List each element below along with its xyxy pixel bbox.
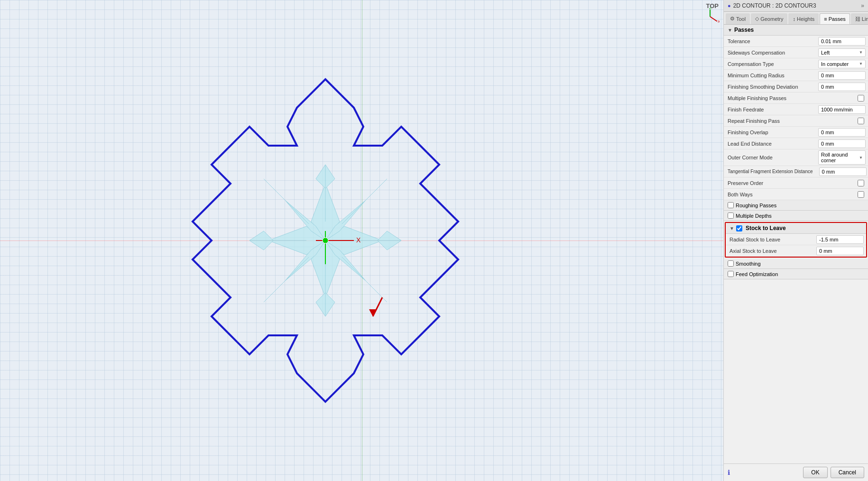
tab-heights-label: Heights [797, 16, 814, 22]
axial-stock-row: Axial Stock to Leave [726, 245, 866, 257]
svg-point-26 [323, 238, 328, 243]
tab-geometry-label: Geometry [760, 16, 783, 22]
svg-line-23 [342, 257, 387, 302]
right-panel: ● 2D CONTOUR : 2D CONTOUR3 » ⚙ Tool ◇ Ge… [723, 0, 868, 481]
panel-header: ● 2D CONTOUR : 2D CONTOUR3 » [724, 0, 868, 12]
tool-icon: ⚙ [730, 16, 735, 22]
info-icon[interactable]: ℹ [728, 469, 730, 476]
outer-corner-mode-label: Outer Corner Mode [724, 153, 816, 162]
multiple-finishing-passes-label: Multiple Finishing Passes [724, 94, 854, 102]
axial-stock-label: Axial Stock to Leave [726, 247, 814, 255]
tab-linking[interactable]: ⛓ Linking [851, 13, 868, 24]
header-icon: ● [728, 3, 731, 9]
svg-line-20 [264, 179, 309, 224]
smoothing-checkbox[interactable] [728, 260, 734, 267]
feed-optimization-checkbox[interactable] [728, 271, 734, 277]
tolerance-input[interactable] [818, 37, 866, 46]
sideways-compensation-dropdown[interactable]: Left [818, 48, 866, 57]
compensation-type-row: Compensation Type In computer [724, 58, 868, 70]
tab-geometry[interactable]: ◇ Geometry [751, 13, 787, 24]
tab-heights[interactable]: ↕ Heights [788, 13, 819, 24]
expand-button[interactable]: » [861, 2, 864, 9]
tab-passes[interactable]: ≡ Passes [820, 13, 850, 24]
smoothing-section[interactable]: Smoothing [724, 259, 868, 269]
axis-indicator: Z X [701, 7, 720, 26]
sideways-compensation-label: Sideways Compensation [724, 48, 816, 57]
stock-to-leave-checkbox[interactable] [736, 225, 742, 231]
compensation-type-label: Compensation Type [724, 60, 816, 68]
roughing-passes-label: Roughing Passes [736, 203, 776, 208]
passes-icon: ≡ [824, 16, 827, 22]
finishing-smoothing-dev-input[interactable] [818, 83, 866, 91]
finish-feedrate-row: Finish Feedrate [724, 104, 868, 115]
svg-text:X: X [356, 236, 361, 244]
svg-line-22 [264, 257, 309, 302]
stock-to-leave-arrow: ▼ [729, 226, 734, 231]
outer-corner-mode-value: Roll around corner [821, 152, 859, 163]
min-cutting-radius-row: Minimum Cutting Radius [724, 70, 868, 81]
stock-to-leave-section: ▼ Stock to Leave Radial Stock to Leave A… [725, 222, 867, 258]
tab-passes-label: Passes [829, 16, 846, 22]
tab-bar: ⚙ Tool ◇ Geometry ↕ Heights ≡ Passes ⛓ L… [724, 12, 868, 25]
outer-corner-mode-row: Outer Corner Mode Roll around corner [724, 149, 868, 166]
tab-linking-label: Linking [862, 16, 868, 22]
linking-icon: ⛓ [855, 16, 860, 22]
tab-tool-label: Tool [736, 16, 746, 22]
both-ways-checkbox[interactable] [858, 191, 864, 198]
finish-feedrate-input[interactable] [818, 105, 866, 114]
heights-icon: ↕ [793, 16, 795, 22]
finishing-overlap-input[interactable] [818, 128, 866, 137]
finishing-smoothing-dev-row: Finishing Smoothing Deviation [724, 81, 868, 92]
passes-section-header[interactable]: ▼ Passes [724, 25, 868, 36]
repeat-finishing-pass-label: Repeat Finishing Pass [724, 117, 854, 125]
feed-optimization-section[interactable]: Feed Optimization [724, 269, 868, 279]
finishing-overlap-label: Finishing Overlap [724, 128, 816, 137]
tolerance-label: Tolerance [724, 37, 816, 46]
roughing-passes-section[interactable]: Roughing Passes [724, 200, 868, 211]
min-cutting-radius-input[interactable] [818, 71, 866, 80]
stock-to-leave-label: Stock to Leave [746, 225, 786, 231]
axial-stock-input[interactable] [816, 247, 864, 255]
finish-feedrate-label: Finish Feedrate [724, 105, 816, 114]
compensation-type-dropdown[interactable]: In computer [818, 60, 866, 68]
feed-optimization-label: Feed Optimization [736, 271, 778, 277]
preserve-order-label: Preserve Order [724, 179, 854, 187]
svg-line-2 [710, 17, 717, 21]
radial-stock-row: Radial Stock to Leave [726, 234, 866, 245]
tab-tool[interactable]: ⚙ Tool [726, 13, 750, 24]
svg-text:Z: Z [709, 7, 711, 10]
multiple-depths-label: Multiple Depths [736, 213, 772, 219]
preserve-order-row: Preserve Order [724, 177, 868, 189]
lead-end-distance-row: Lead End Distance [724, 138, 868, 149]
lead-end-distance-label: Lead End Distance [724, 139, 816, 148]
svg-line-21 [342, 179, 387, 224]
tangential-fragment-row: Tangential Fragment Extension Distance [724, 166, 868, 177]
roughing-passes-checkbox[interactable] [728, 202, 734, 208]
min-cutting-radius-label: Minimum Cutting Radius [724, 71, 816, 80]
snowflake-shape: X [145, 60, 506, 421]
sideways-compensation-value: Left [821, 50, 830, 56]
repeat-finishing-pass-checkbox[interactable] [858, 118, 864, 124]
cancel-button[interactable]: Cancel [831, 467, 864, 478]
multiple-depths-checkbox[interactable] [728, 213, 734, 219]
repeat-finishing-pass-row: Repeat Finishing Pass [724, 115, 868, 127]
outer-corner-mode-dropdown[interactable]: Roll around corner [818, 150, 866, 165]
stock-to-leave-header[interactable]: ▼ Stock to Leave [726, 223, 866, 234]
sideways-compensation-row: Sideways Compensation Left [724, 47, 868, 58]
tangential-fragment-label: Tangential Fragment Extension Distance [724, 167, 817, 176]
preserve-order-checkbox[interactable] [858, 180, 864, 186]
panel-footer: ℹ OK Cancel [724, 463, 868, 481]
tangential-fragment-input[interactable] [819, 167, 867, 176]
finishing-overlap-row: Finishing Overlap [724, 127, 868, 138]
multiple-depths-section[interactable]: Multiple Depths [724, 211, 868, 221]
multiple-finishing-passes-checkbox[interactable] [858, 95, 864, 102]
lead-end-distance-input[interactable] [818, 139, 866, 148]
svg-text:X: X [718, 19, 720, 24]
compensation-type-value: In computer [821, 61, 849, 67]
passes-section-label: Passes [734, 27, 754, 33]
radial-stock-input[interactable] [816, 235, 864, 244]
ok-button[interactable]: OK [803, 467, 827, 478]
viewport[interactable]: TOP Z X [0, 0, 723, 481]
radial-stock-label: Radial Stock to Leave [726, 235, 814, 244]
both-ways-label: Both Ways [724, 190, 854, 199]
